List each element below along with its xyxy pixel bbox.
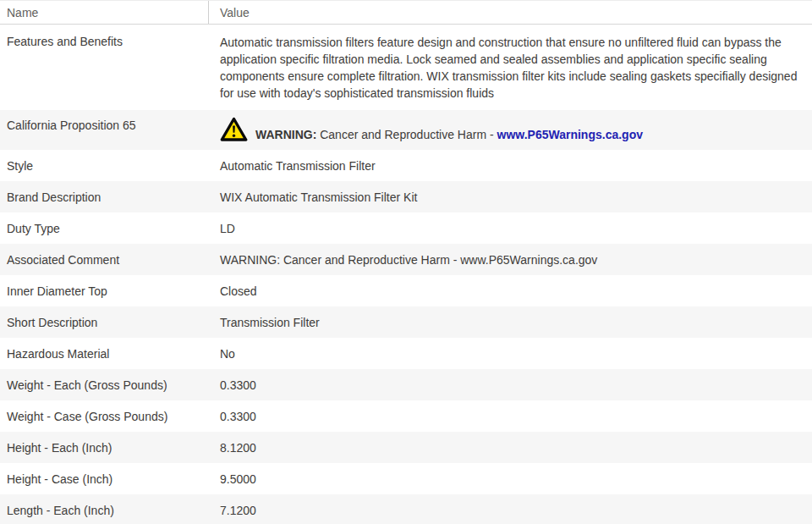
row-value-text: 8.1200 <box>209 441 812 455</box>
p65-warning-text: WARNING: Cancer and Reproductive Harm - … <box>255 128 643 141</box>
warning-bold-label: WARNING: <box>255 128 316 141</box>
row-length-each-inch: Length - Each (Inch) 7.1200 <box>0 494 812 524</box>
row-california-proposition-65: California Proposition 65 WARNING: Cance… <box>0 110 812 150</box>
row-value-text: Automatic Transmission Filter <box>209 159 812 173</box>
row-name-label: Associated Comment <box>0 253 209 267</box>
row-brand-description: Brand Description WIX Automatic Transmis… <box>0 181 812 212</box>
warning-plain-text: Cancer and Reproductive Harm - <box>316 128 497 141</box>
row-name-label: Duty Type <box>0 222 209 235</box>
row-name-label: Height - Case (Inch) <box>0 472 209 486</box>
row-value-text: 7.1200 <box>209 504 812 517</box>
row-name-label: Brand Description <box>0 190 209 204</box>
row-weight-each-gross-pounds: Weight - Each (Gross Pounds) 0.3300 <box>0 369 812 400</box>
row-name-label: Height - Each (Inch) <box>0 441 209 455</box>
row-name-label: Weight - Each (Gross Pounds) <box>0 378 209 392</box>
row-name-label: Hazardous Material <box>0 347 209 361</box>
row-value-text: WARNING: Cancer and Reproductive Harm - … <box>209 253 812 267</box>
row-name-label: Length - Each (Inch) <box>0 504 209 517</box>
row-value-text: 9.5000 <box>209 472 812 486</box>
warning-triangle-icon <box>220 117 248 142</box>
header-value-cell: Value <box>209 1 812 24</box>
row-value-text: 0.3300 <box>209 378 812 392</box>
row-value-text: Transmission Filter <box>209 316 812 329</box>
row-name-label: Inner Diameter Top <box>0 284 209 298</box>
row-features-and-benefits: Features and Benefits Automatic transmis… <box>0 25 812 110</box>
header-name-label: Name <box>7 6 38 19</box>
row-name-label: California Proposition 65 <box>0 110 209 150</box>
header-name-cell: Name <box>0 1 209 24</box>
row-value-text: No <box>209 347 812 361</box>
row-hazardous-material: Hazardous Material No <box>0 338 812 369</box>
row-inner-diameter-top: Inner Diameter Top Closed <box>0 275 812 306</box>
row-duty-type: Duty Type LD <box>0 212 812 244</box>
row-name-label: Weight - Case (Gross Pounds) <box>0 410 209 423</box>
p65-warnings-link[interactable]: www.P65Warnings.ca.gov <box>497 128 643 141</box>
row-value-text: WIX Automatic Transmission Filter Kit <box>209 190 812 204</box>
row-name-label: Short Description <box>0 316 209 329</box>
product-spec-table: Name Value Features and Benefits Automat… <box>0 0 812 524</box>
row-value-text: LD <box>209 222 812 235</box>
row-height-case-inch: Height - Case (Inch) 9.5000 <box>0 463 812 494</box>
row-associated-comment: Associated Comment WARNING: Cancer and R… <box>0 244 812 275</box>
row-value-text: Closed <box>209 284 812 298</box>
row-style: Style Automatic Transmission Filter <box>0 150 812 181</box>
header-value-label: Value <box>220 6 250 19</box>
row-height-each-inch: Height - Each (Inch) 8.1200 <box>0 432 812 463</box>
row-name-label: Features and Benefits <box>0 25 209 48</box>
row-value-text: Automatic transmission filters feature d… <box>209 25 812 102</box>
row-short-description: Short Description Transmission Filter <box>0 306 812 338</box>
table-header-row: Name Value <box>0 1 812 25</box>
row-name-label: Style <box>0 159 209 173</box>
row-weight-case-gross-pounds: Weight - Case (Gross Pounds) 0.3300 <box>0 400 812 432</box>
row-value-text: 0.3300 <box>209 410 812 423</box>
p65-warning-content: WARNING: Cancer and Reproductive Harm - … <box>209 110 812 150</box>
